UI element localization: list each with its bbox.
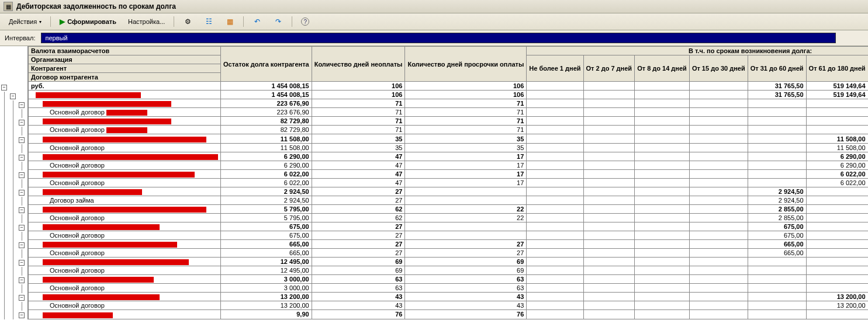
cell-p5: [748, 178, 806, 187]
expander-icon[interactable]: −: [19, 172, 25, 178]
cell-do: 17: [405, 161, 527, 169]
expander-icon[interactable]: −: [19, 225, 25, 231]
table-row[interactable]: 6 290,0047176 290,00: [29, 152, 869, 161]
table-row[interactable]: Основной договор 3 000,0063633 000,00: [29, 284, 869, 293]
header-balance: Остаток долга контрагента: [221, 47, 312, 82]
table-row[interactable]: Основной договор 5 795,0062222 855,002 9…: [29, 213, 869, 222]
tree-row: [0, 267, 27, 276]
cell-p5: [748, 161, 806, 169]
settings-button[interactable]: Настройка...: [123, 16, 170, 27]
form-button[interactable]: ▶ Сформировать: [54, 15, 122, 28]
table-row[interactable]: Основной договор 82 729,80717182 729,80: [29, 126, 869, 134]
cell-p5: 675,00: [748, 231, 806, 240]
row-label: [29, 240, 221, 249]
table-row[interactable]: Основной договор 11 508,00353511 508,00: [29, 143, 869, 152]
expander-icon[interactable]: −: [19, 295, 25, 301]
header-by-periods: В т.ч. по срокам возникновения долга:: [527, 47, 868, 55]
cell-p3: [635, 310, 690, 319]
table-row[interactable]: 3 000,0063633 000,00: [29, 275, 869, 284]
cell-du: 27: [312, 249, 405, 258]
expander-icon[interactable]: −: [19, 120, 25, 126]
table-row[interactable]: 6 022,0047176 022,00: [29, 169, 869, 178]
table-row[interactable]: Основной договор 675,0027675,00: [29, 231, 869, 240]
table-row[interactable]: 12 495,00696912 495,00: [29, 258, 869, 266]
tree-row: [0, 214, 27, 223]
cell-du: 63: [312, 284, 405, 293]
expander-icon[interactable]: −: [19, 260, 25, 266]
cell-du: 47: [312, 152, 405, 161]
cell-bal: 223 676,90: [221, 108, 312, 117]
row-label: Основной договор: [29, 231, 221, 240]
cell-p2: [583, 143, 635, 152]
table-row[interactable]: 675,0027675,00: [29, 222, 869, 231]
cell-p6: [806, 310, 868, 319]
grid-button[interactable]: ▦: [220, 15, 240, 29]
cell-p6: [806, 108, 868, 117]
table-row[interactable]: 223 676,907171223 676,90: [29, 99, 869, 108]
cell-p2: [583, 249, 635, 258]
cell-p1: [527, 196, 583, 204]
cell-p6: 13 200,00: [806, 301, 868, 310]
interval-input[interactable]: первый: [41, 33, 836, 43]
cell-p3: [635, 258, 690, 266]
table-row[interactable]: Основной договор 6 290,0047176 290,00: [29, 161, 869, 169]
cell-p2: [583, 222, 635, 231]
redo-button[interactable]: ↷: [268, 15, 288, 29]
table-row[interactable]: 5 795,0062222 855,002 940,00: [29, 204, 869, 213]
expander-icon[interactable]: −: [19, 137, 25, 143]
cell-p4: [689, 161, 748, 169]
expander-icon[interactable]: −: [19, 155, 25, 161]
cell-do: 27: [405, 249, 527, 258]
cell-p3: [635, 117, 690, 126]
expander-icon[interactable]: −: [19, 242, 25, 248]
table-row[interactable]: 1 454 008,1510610631 765,50519 149,64903…: [29, 91, 869, 99]
cell-p5: [748, 258, 806, 266]
table-row[interactable]: 11 508,00353511 508,00: [29, 134, 869, 143]
cell-bal: 665,00: [221, 240, 312, 249]
expander-icon[interactable]: −: [19, 312, 25, 318]
table-row[interactable]: 9,9076769,90: [29, 310, 869, 319]
cell-du: 47: [312, 169, 405, 178]
cell-bal: 13 200,00: [221, 293, 312, 301]
row-label: Основной договор: [29, 284, 221, 293]
expander-icon[interactable]: −: [19, 190, 25, 196]
cell-p5: 2 924,50: [748, 196, 806, 204]
cell-p6: [806, 213, 868, 222]
table-row[interactable]: Основной договор 12 495,00696912 495,00: [29, 266, 869, 275]
cell-p1: [527, 91, 583, 99]
cell-p4: [689, 178, 748, 187]
table-row[interactable]: 665,002727665,00: [29, 240, 869, 249]
expander-icon[interactable]: −: [1, 85, 7, 91]
tree-button[interactable]: ☷: [199, 15, 219, 29]
cell-p4: [689, 240, 748, 249]
table-row[interactable]: Основной договор 223 676,907171223 676,9…: [29, 108, 869, 117]
expander-icon[interactable]: −: [10, 93, 16, 99]
expander-icon[interactable]: −: [19, 102, 25, 108]
help-button[interactable]: ?: [296, 15, 314, 28]
cell-bal: 5 795,00: [221, 213, 312, 222]
table-row[interactable]: Основной договор 665,002727665,00: [29, 249, 869, 258]
cell-p5: [748, 169, 806, 178]
table-row[interactable]: 2 924,50272 924,50: [29, 187, 869, 196]
table-row[interactable]: 82 729,80717182 729,80: [29, 117, 869, 126]
cell-bal: 11 508,00: [221, 143, 312, 152]
table-row[interactable]: Основной договор 6 022,0047176 022,00: [29, 178, 869, 187]
actions-button[interactable]: Действия ▾: [4, 16, 47, 27]
expander-icon[interactable]: −: [19, 277, 25, 283]
toolbar: Действия ▾ ▶ Сформировать Настройка... ⚙…: [0, 13, 868, 30]
table-row[interactable]: Договор займа 2 924,50272 924,50: [29, 196, 869, 204]
cell-p1: [527, 82, 583, 91]
expander-icon[interactable]: −: [19, 207, 25, 213]
row-label: [29, 204, 221, 213]
cell-p5: [748, 152, 806, 161]
row-label: Основной договор: [29, 143, 221, 152]
cell-p4: [689, 82, 748, 91]
table-row[interactable]: 13 200,00434313 200,00: [29, 293, 869, 301]
undo-button[interactable]: ↶: [247, 15, 267, 29]
cell-p4: [689, 293, 748, 301]
table-row[interactable]: Основной договор 13 200,00434313 200,00: [29, 301, 869, 310]
cell-p1: [527, 249, 583, 258]
table-row[interactable]: руб. 1 454 008,1510610631 765,50519 149,…: [29, 82, 869, 91]
report-table: Валюта взаиморасчетов Остаток долга конт…: [28, 46, 868, 319]
config-button[interactable]: ⚙: [178, 15, 198, 29]
